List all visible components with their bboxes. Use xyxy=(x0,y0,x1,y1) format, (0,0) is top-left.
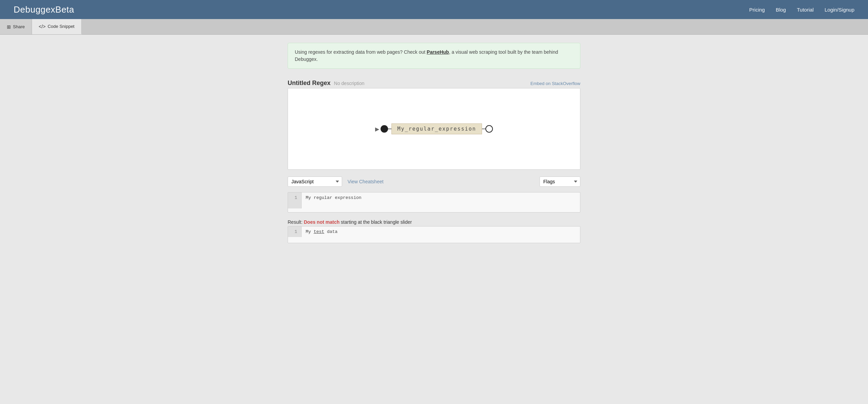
test-content-pre: My xyxy=(306,229,314,234)
expression-editor[interactable]: 1 My regular expression xyxy=(288,192,580,213)
test-line-number-1: 1 xyxy=(288,226,302,237)
expression-line-number-1: 1 xyxy=(288,192,302,203)
regex-description: No description xyxy=(334,81,365,86)
diagram-start-node xyxy=(381,125,388,133)
code-icon: </> xyxy=(39,24,46,29)
main-content: Using regexes for extracting data from w… xyxy=(288,43,580,243)
expression-line-2 xyxy=(288,203,580,208)
result-row: Result: Does not match starting at the b… xyxy=(288,217,580,226)
parsehub-link[interactable]: ParseHub xyxy=(427,49,449,55)
regex-title-area: Untitled Regex No description xyxy=(288,80,365,87)
nav-login[interactable]: Login/Signup xyxy=(824,7,854,13)
result-status: Does not match xyxy=(304,219,339,225)
test-content-underline: test xyxy=(314,229,324,234)
language-select[interactable]: JavaScript Python PCRE xyxy=(288,176,342,187)
result-prefix: Result: xyxy=(288,219,304,225)
regex-visualizer: ▶ My_regular_expression xyxy=(288,88,580,170)
toolbar: ⊞ Share </> Code Snippet xyxy=(0,19,868,35)
diagram-line-left xyxy=(388,129,391,129)
test-data-line-1: 1 My test data xyxy=(288,226,580,237)
embed-stackoverflow-link[interactable]: Embed on StackOverflow xyxy=(530,81,580,86)
regex-header: Untitled Regex No description Embed on S… xyxy=(288,77,580,88)
result-suffix: starting at the black triangle slider xyxy=(339,219,412,225)
diagram-line-right xyxy=(482,129,485,129)
share-icon: ⊞ xyxy=(7,24,11,30)
flags-select[interactable]: Flags g i m xyxy=(540,176,580,187)
expression-line-content-2 xyxy=(302,203,580,208)
diagram-arrow: ▶ xyxy=(375,126,379,132)
regex-diagram: ▶ My_regular_expression xyxy=(375,123,493,134)
banner-prefix: Using regexes for extracting data from w… xyxy=(295,49,427,55)
code-snippet-label: Code Snippet xyxy=(48,24,75,29)
regex-title: Untitled Regex xyxy=(288,80,331,87)
expression-line-1: 1 My regular expression xyxy=(288,192,580,203)
nav-blog[interactable]: Blog xyxy=(776,7,786,13)
code-snippet-button[interactable]: </> Code Snippet xyxy=(32,19,82,34)
test-line-content-1[interactable]: My test data xyxy=(302,226,580,237)
logo: DebuggexBeta xyxy=(14,4,74,15)
test-content-post: data xyxy=(324,229,338,234)
share-button[interactable]: ⊞ Share xyxy=(0,19,32,34)
header: DebuggexBeta Pricing Blog Tutorial Login… xyxy=(0,0,868,19)
expression-line-content-1[interactable]: My regular expression xyxy=(302,192,580,203)
controls-left: JavaScript Python PCRE View Cheatsheet xyxy=(288,176,384,187)
diagram-expression-box: My_regular_expression xyxy=(391,123,482,134)
test-data-editor[interactable]: 1 My test data xyxy=(288,226,580,243)
share-label: Share xyxy=(13,24,25,29)
controls-row: JavaScript Python PCRE View Cheatsheet F… xyxy=(288,174,580,189)
banner: Using regexes for extracting data from w… xyxy=(288,43,580,69)
expression-line-number-2 xyxy=(288,203,302,208)
main-nav: Pricing Blog Tutorial Login/Signup xyxy=(749,7,854,13)
nav-tutorial[interactable]: Tutorial xyxy=(797,7,814,13)
cheatsheet-link[interactable]: View Cheatsheet xyxy=(348,179,384,184)
diagram-end-node xyxy=(485,125,493,133)
nav-pricing[interactable]: Pricing xyxy=(749,7,765,13)
controls-right: Flags g i m xyxy=(540,176,580,187)
